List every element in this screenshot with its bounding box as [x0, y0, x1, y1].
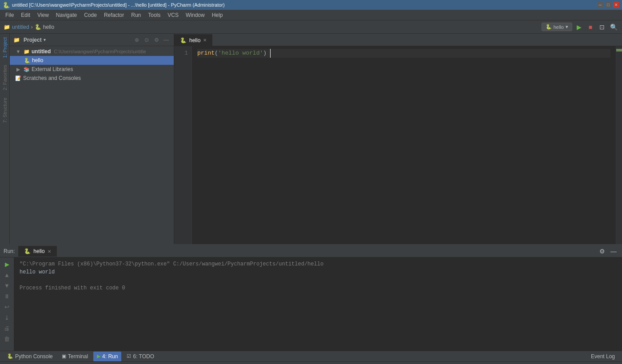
rerun-button[interactable]: ▶: [2, 259, 12, 269]
breadcrumb-file[interactable]: hello: [43, 24, 54, 30]
expand-icon: ▼: [15, 48, 22, 55]
run-content: ▶ ▲ ▼ ⏸ ↩ ⤓ 🖨 🗑 "C:\Program Files (x86)\…: [0, 257, 622, 351]
tree-item-hello[interactable]: 🐍 hello: [10, 56, 174, 65]
run-tab-label: hello: [33, 248, 44, 254]
run-pin-icon[interactable]: —: [609, 246, 618, 256]
project-add-icon[interactable]: ⊕: [133, 36, 141, 44]
menu-code[interactable]: Code: [80, 10, 100, 20]
editor-tab-hello[interactable]: 🐍 hello ✕: [174, 34, 212, 46]
project-header: 📁 Project ▾ ⊕ ⊙ ⚙ —: [10, 34, 174, 46]
tab-close-hello[interactable]: ✕: [203, 38, 207, 43]
minimize-button[interactable]: ─: [597, 2, 603, 8]
coverage-button[interactable]: ⊡: [597, 22, 607, 32]
breadcrumb: 📁 untitled › 🐍 hello: [4, 24, 54, 30]
wrap-button[interactable]: ↩: [2, 302, 12, 312]
clear-button[interactable]: 🗑: [2, 334, 12, 344]
code-content[interactable]: print('hello world'): [192, 46, 616, 244]
breadcrumb-folder-icon: 📁: [4, 24, 10, 30]
menu-tools[interactable]: Tools: [144, 10, 164, 20]
folder-icon: 📁: [23, 48, 30, 55]
menu-file[interactable]: File: [2, 10, 17, 20]
run-output: "C:\Program Files (x86)\Python37-32\pyth…: [14, 257, 622, 351]
tool-tab-todo[interactable]: ☑ 6: TODO: [123, 352, 158, 361]
cursor: [267, 49, 271, 58]
tool-tab-python-console[interactable]: 🐍 Python Console: [4, 352, 56, 361]
run-tab-icon-bt: ▶: [97, 353, 100, 359]
project-settings-icon[interactable]: ⚙: [152, 36, 160, 44]
maximize-button[interactable]: □: [605, 2, 611, 8]
run-exit-line: Process finished with exit code 0: [20, 284, 617, 292]
menu-help[interactable]: Help: [208, 10, 227, 20]
menu-refactor[interactable]: Refactor: [100, 10, 128, 20]
run-config-icon: 🐍: [546, 24, 552, 30]
run-tab-close[interactable]: ✕: [48, 249, 51, 254]
tool-tab-terminal[interactable]: ▣ Terminal: [58, 352, 92, 361]
print-button[interactable]: 🖨: [2, 323, 12, 333]
tree-item-untitled[interactable]: ▼ 📁 untitled C:\Users\wangwei\PycharmPro…: [10, 47, 174, 56]
bottom-tool-tabs: 🐍 Python Console ▣ Terminal ▶ 4: Run ☑ 6…: [0, 351, 622, 361]
side-tab-structure[interactable]: 7: Structure: [1, 94, 8, 127]
editor-area: 🐍 hello ✕ 1 print('hello world'): [174, 34, 622, 244]
right-gutter: [616, 46, 622, 244]
project-tree: ▼ 📁 untitled C:\Users\wangwei\PycharmPro…: [10, 46, 174, 244]
run-tab-hello[interactable]: 🐍 hello ✕: [18, 246, 56, 257]
menu-window[interactable]: Window: [182, 10, 208, 20]
tool-tab-todo-label: 6: TODO: [133, 353, 154, 360]
breadcrumb-file-icon: 🐍: [35, 24, 41, 30]
tool-tab-run[interactable]: ▶ 4: Run: [93, 352, 121, 361]
menu-bar: File Edit View Navigate Code Refactor Ru…: [0, 10, 622, 20]
code-editor[interactable]: 1 print('hello world'): [174, 46, 622, 244]
run-header-icons: ⚙ —: [597, 246, 618, 256]
scroll-down-button[interactable]: ▼: [2, 281, 12, 290]
menu-edit[interactable]: Edit: [17, 10, 34, 20]
line-numbers: 1: [174, 46, 192, 244]
breadcrumb-sep: ›: [31, 24, 33, 30]
window-controls: ─ □ ✕: [597, 2, 619, 8]
status-bar: ⚠ 1:21 | n/a | UTF-8 | 4 spaces | ⊡ | ⊞: [0, 361, 622, 364]
side-tab-project[interactable]: 1: Project: [1, 34, 8, 61]
project-sync-icon[interactable]: ⊙: [143, 36, 151, 44]
pause-button[interactable]: ⏸: [2, 291, 12, 301]
editor-tabs: 🐍 hello ✕: [174, 34, 622, 46]
side-tab-favorites[interactable]: 2: Favorites: [1, 61, 8, 94]
python-console-icon: 🐍: [7, 353, 13, 359]
external-libs-icon: 📚: [23, 66, 30, 73]
breadcrumb-project[interactable]: untitled: [12, 24, 29, 30]
run-config-area: 🐍 hello ▾ ▶ ■ ⊡ 🔍: [542, 22, 618, 32]
run-button[interactable]: ▶: [574, 22, 584, 32]
run-tab-icon: 🐍: [24, 248, 31, 254]
stop-button[interactable]: ■: [586, 22, 595, 32]
menu-navigate[interactable]: Navigate: [52, 10, 80, 20]
menu-view[interactable]: View: [34, 10, 52, 20]
project-folder-icon: 📁: [13, 37, 20, 43]
tree-label-scratches: Scratches and Consoles: [23, 75, 81, 81]
tree-item-scratches[interactable]: 📝 Scratches and Consoles: [10, 74, 174, 83]
todo-icon: ☑: [127, 353, 131, 359]
terminal-icon: ▣: [62, 353, 66, 359]
tree-label-external-libs: External Libraries: [32, 66, 73, 72]
menu-vcs[interactable]: VCS: [164, 10, 182, 20]
run-config-selector[interactable]: 🐍 hello ▾: [542, 23, 572, 31]
tab-label-hello: hello: [189, 37, 200, 44]
project-title: Project: [24, 37, 42, 43]
search-button[interactable]: 🔍: [609, 22, 618, 32]
project-collapse-icon[interactable]: —: [162, 36, 170, 44]
close-button[interactable]: ✕: [613, 2, 619, 8]
tree-item-external-libs[interactable]: ▶ 📚 External Libraries: [10, 65, 174, 74]
run-tabs-bar: Run: 🐍 hello ✕ ⚙ —: [0, 245, 622, 257]
gutter-mark: [616, 49, 622, 51]
nav-bar: 📁 untitled › 🐍 hello 🐍 hello ▾ ▶ ■ ⊡ 🔍: [0, 20, 622, 34]
python-file-icon: 🐍: [24, 57, 31, 64]
menu-run[interactable]: Run: [128, 10, 144, 20]
tool-tab-python-console-label: Python Console: [15, 353, 53, 360]
scroll-up-button[interactable]: ▲: [2, 270, 12, 280]
project-dropdown-arrow[interactable]: ▾: [44, 37, 46, 42]
tab-file-icon: 🐍: [180, 37, 187, 44]
scroll-end-button[interactable]: ⤓: [2, 313, 12, 322]
window-title: untitled [C:\Users\wangwei\PycharmProjec…: [12, 2, 597, 8]
event-log-link[interactable]: Event Log: [587, 352, 618, 361]
tool-tab-terminal-label: Terminal: [68, 353, 88, 360]
main-layout: 1: Project 2: Favorites 7: Structure 📁 P…: [0, 34, 622, 244]
run-settings-icon[interactable]: ⚙: [597, 246, 607, 256]
run-output-line: hello world: [20, 268, 617, 276]
